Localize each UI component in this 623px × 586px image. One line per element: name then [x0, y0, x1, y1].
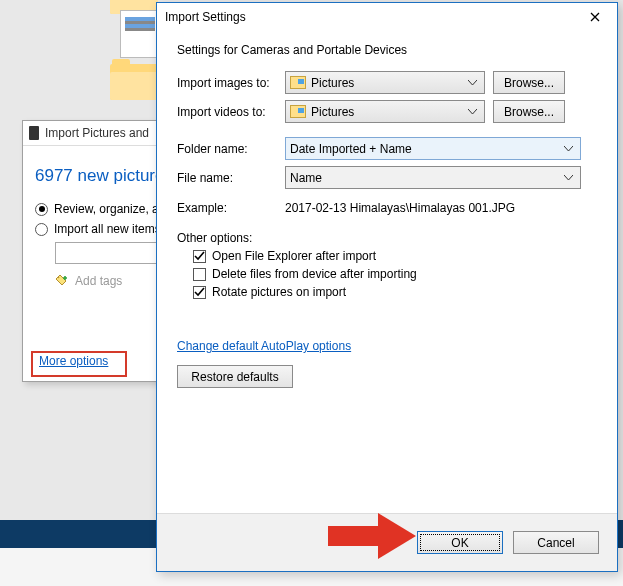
- checkbox-delete-files[interactable]: Delete files from device after importing: [193, 267, 597, 281]
- chevron-down-icon: [560, 167, 576, 188]
- titlebar[interactable]: Import Settings: [157, 3, 617, 31]
- chevron-down-icon: [560, 138, 576, 159]
- more-options-link[interactable]: More options: [35, 351, 112, 371]
- other-options-label: Other options:: [177, 231, 597, 245]
- checkbox-rotate-pictures[interactable]: Rotate pictures on import: [193, 285, 597, 299]
- tag-plus-icon: [55, 274, 69, 288]
- button-label: Browse...: [504, 76, 554, 90]
- dialog-footer: OK Cancel: [157, 513, 617, 571]
- button-label: OK: [451, 536, 468, 550]
- chevron-down-icon: [464, 101, 480, 122]
- svg-point-0: [58, 277, 60, 279]
- checkbox-icon: [193, 250, 206, 263]
- checkbox-icon: [193, 268, 206, 281]
- checkbox-icon: [193, 286, 206, 299]
- example-label: Example:: [177, 201, 277, 215]
- browse-images-button[interactable]: Browse...: [493, 71, 565, 94]
- checkbox-label: Delete files from device after importing: [212, 267, 417, 281]
- ok-button[interactable]: OK: [417, 531, 503, 554]
- folder-name-label: Folder name:: [177, 142, 277, 156]
- file-name-label: File name:: [177, 171, 277, 185]
- autoplay-options-link[interactable]: Change default AutoPlay options: [177, 339, 351, 353]
- import-images-dropdown[interactable]: Pictures: [285, 71, 485, 94]
- button-label: Restore defaults: [191, 370, 278, 384]
- radio-icon: [35, 203, 48, 216]
- folder-icon[interactable]: [110, 64, 158, 100]
- import-videos-label: Import videos to:: [177, 105, 277, 119]
- section-title: Settings for Cameras and Portable Device…: [177, 43, 597, 57]
- close-button[interactable]: [581, 6, 609, 28]
- dropdown-value: Pictures: [311, 76, 464, 90]
- cancel-button[interactable]: Cancel: [513, 531, 599, 554]
- folder-name-dropdown[interactable]: Date Imported + Name: [285, 137, 581, 160]
- dropdown-value: Name: [290, 171, 560, 185]
- device-icon: [29, 126, 39, 140]
- radio-icon: [35, 223, 48, 236]
- folder-icon: [290, 76, 306, 89]
- restore-defaults-button[interactable]: Restore defaults: [177, 365, 293, 388]
- import-images-label: Import images to:: [177, 76, 277, 90]
- import-videos-dropdown[interactable]: Pictures: [285, 100, 485, 123]
- checkbox-label: Rotate pictures on import: [212, 285, 346, 299]
- radio-label: Import all new items: [54, 222, 161, 236]
- file-name-dropdown[interactable]: Name: [285, 166, 581, 189]
- dropdown-value: Pictures: [311, 105, 464, 119]
- document-icon[interactable]: [120, 10, 160, 58]
- dialog-title: Import Pictures and: [45, 126, 149, 140]
- add-tags-label: Add tags: [75, 274, 122, 288]
- radio-label: Review, organize, an: [54, 202, 165, 216]
- folder-icon: [290, 105, 306, 118]
- button-label: Cancel: [537, 536, 574, 550]
- checkbox-open-explorer[interactable]: Open File Explorer after import: [193, 249, 597, 263]
- button-label: Browse...: [504, 105, 554, 119]
- browse-videos-button[interactable]: Browse...: [493, 100, 565, 123]
- example-value: 2017-02-13 Himalayas\Himalayas 001.JPG: [285, 201, 515, 215]
- chevron-down-icon: [464, 72, 480, 93]
- close-icon: [590, 12, 600, 22]
- import-settings-dialog: Import Settings Settings for Cameras and…: [156, 2, 618, 572]
- dropdown-value: Date Imported + Name: [290, 142, 560, 156]
- checkbox-label: Open File Explorer after import: [212, 249, 376, 263]
- dialog-title: Import Settings: [165, 10, 246, 24]
